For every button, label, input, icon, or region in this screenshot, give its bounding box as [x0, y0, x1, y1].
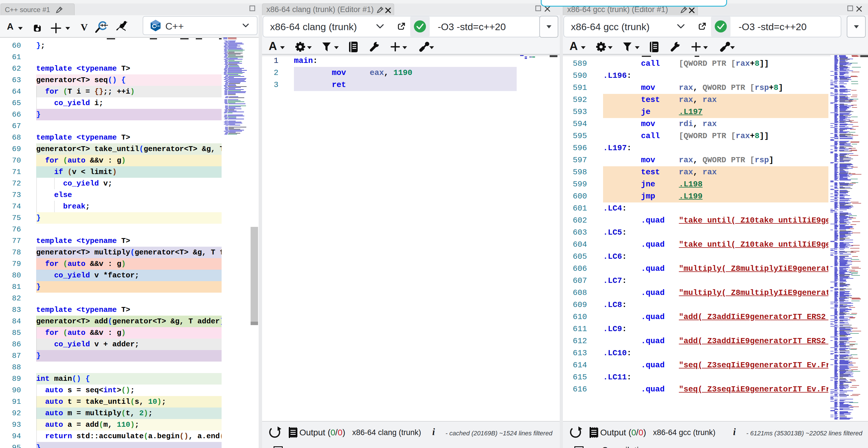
svg-text:++: ++: [156, 24, 160, 28]
